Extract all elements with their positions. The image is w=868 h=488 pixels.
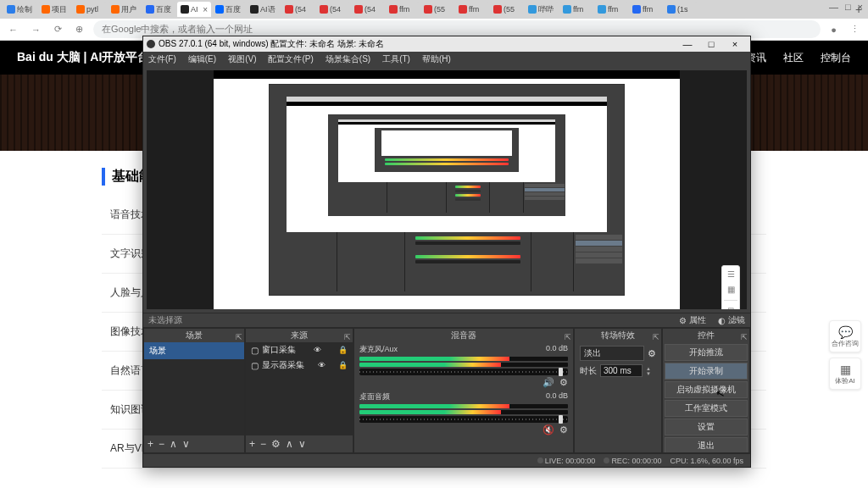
- browser-tab[interactable]: (54: [281, 2, 315, 17]
- dock-popout-icon[interactable]: ⇱: [236, 330, 242, 344]
- sources-dock: 来源⇱ ▢窗口采集👁🔒▢显示器采集👁🔒 + − ⚙ ∧ ∨: [245, 328, 353, 453]
- control-button[interactable]: 退出: [665, 437, 748, 452]
- browser-tab[interactable]: AI语: [247, 2, 281, 17]
- remove-scene-button[interactable]: −: [159, 438, 164, 450]
- preview-tool-icon[interactable]: ▦: [726, 285, 736, 295]
- gear-icon[interactable]: ⚙: [559, 424, 568, 435]
- menu-item[interactable]: 文件(F): [148, 53, 176, 65]
- profile-icon[interactable]: ●: [827, 23, 840, 36]
- nav-forward-icon[interactable]: →: [28, 23, 44, 36]
- obs-titlebar[interactable]: OBS 27.0.1 (64 bit, windows) 配置文件: 未命名 场…: [143, 36, 750, 52]
- window-maximize[interactable]: □: [845, 2, 851, 12]
- dock-popout-icon[interactable]: ⇱: [741, 330, 748, 344]
- audio-meter: [359, 363, 568, 367]
- browser-tab[interactable]: AI×: [177, 2, 211, 17]
- scene-down-button[interactable]: ∨: [182, 438, 190, 450]
- remove-source-button[interactable]: −: [260, 438, 266, 450]
- browser-tab[interactable]: 用户: [108, 2, 142, 17]
- nav-back-icon[interactable]: ←: [5, 23, 21, 36]
- visibility-icon[interactable]: 👁: [314, 346, 321, 354]
- browser-tab[interactable]: pytl: [73, 2, 107, 17]
- source-up-button[interactable]: ∧: [286, 438, 293, 450]
- menu-item[interactable]: 编辑(E): [188, 53, 216, 65]
- browser-tab[interactable]: ffm: [629, 2, 663, 17]
- browser-tab[interactable]: ffm: [455, 2, 489, 17]
- spin-down-icon[interactable]: ▼: [646, 371, 651, 376]
- obs-maximize[interactable]: □: [699, 39, 723, 49]
- browser-tab[interactable]: ffm: [386, 2, 420, 17]
- source-settings-button[interactable]: ⚙: [271, 438, 281, 450]
- source-down-button[interactable]: ∨: [298, 438, 306, 450]
- add-scene-button[interactable]: +: [147, 438, 153, 450]
- control-button[interactable]: 启动虚拟摄像机: [665, 381, 748, 398]
- gear-icon[interactable]: ⚙: [559, 377, 568, 388]
- menu-item[interactable]: 工具(T): [382, 53, 410, 65]
- browser-tab[interactable]: 百度: [142, 2, 176, 17]
- favicon-icon: [285, 5, 293, 14]
- scene-up-button[interactable]: ∧: [170, 438, 177, 450]
- duration-input[interactable]: [600, 364, 643, 377]
- side-float-button[interactable]: 💬合作咨询: [829, 320, 861, 352]
- browser-tab[interactable]: ffm: [594, 2, 628, 17]
- browser-tab[interactable]: (54: [316, 2, 350, 17]
- transition-select[interactable]: 淡出: [580, 346, 644, 361]
- menu-item[interactable]: 视图(V): [228, 53, 256, 65]
- speaker-icon[interactable]: 🔊: [542, 377, 554, 388]
- nav-reload-icon[interactable]: ⟳: [51, 22, 65, 36]
- favicon-icon: [250, 5, 259, 14]
- dock-popout-icon[interactable]: ⇱: [344, 330, 351, 344]
- source-item[interactable]: ▢窗口采集👁🔒: [246, 342, 353, 358]
- control-button[interactable]: 设置: [665, 419, 748, 435]
- control-button[interactable]: 开始录制: [665, 363, 748, 380]
- window-minimize[interactable]: —: [829, 2, 838, 12]
- source-properties-button[interactable]: ⚙属性: [679, 314, 706, 326]
- menu-item[interactable]: 配置文件(P): [268, 53, 313, 65]
- scenes-dock: 场景⇱ 场景 + − ∧ ∨: [143, 328, 245, 453]
- scene-item[interactable]: 场景: [144, 342, 244, 359]
- browser-tab[interactable]: (55: [490, 2, 524, 17]
- window-close[interactable]: ×: [858, 2, 863, 12]
- source-item[interactable]: ▢显示器采集👁🔒: [246, 358, 353, 373]
- volume-slider[interactable]: [359, 369, 568, 375]
- preview-tool-icon[interactable]: ☰: [726, 269, 736, 280]
- side-float-button[interactable]: ▦体验AI: [829, 358, 861, 390]
- nav-link[interactable]: 控制台: [821, 51, 851, 65]
- obs-statusbar: LIVE: 00:00:00 REC: 00:00:00 CPU: 1.6%, …: [143, 453, 750, 467]
- site-info-icon[interactable]: ⊕: [72, 22, 86, 36]
- browser-tab[interactable]: ffm: [559, 2, 593, 17]
- control-button[interactable]: 开始推流: [665, 344, 748, 361]
- preview-tool-icon[interactable]: ⊞: [726, 306, 736, 309]
- speaker-icon[interactable]: 🔇: [542, 424, 554, 435]
- dock-popout-icon[interactable]: ⇱: [565, 330, 571, 344]
- menu-icon[interactable]: ⋮: [847, 22, 863, 36]
- side-icon: 💬: [838, 325, 853, 339]
- control-button[interactable]: 工作室模式: [665, 400, 748, 417]
- nav-link[interactable]: 社区: [783, 51, 804, 65]
- dock-popout-icon[interactable]: ⇱: [653, 330, 659, 344]
- volume-slider[interactable]: [359, 416, 568, 423]
- browser-tab[interactable]: (54: [351, 2, 385, 17]
- browser-tab[interactable]: (1s: [664, 2, 698, 17]
- add-source-button[interactable]: +: [249, 438, 255, 450]
- browser-tab[interactable]: (55: [420, 2, 454, 17]
- audio-meter: [359, 410, 568, 414]
- browser-tab[interactable]: 百度: [212, 2, 246, 17]
- lock-icon[interactable]: 🔒: [338, 346, 348, 354]
- menu-item[interactable]: 场景集合(S): [326, 53, 370, 65]
- source-filters-button[interactable]: ◐滤镜: [718, 314, 745, 326]
- obs-close[interactable]: ×: [723, 39, 747, 49]
- menu-item[interactable]: 帮助(H): [422, 53, 451, 65]
- tab-label: ffm: [643, 5, 653, 14]
- obs-preview[interactable]: ☰ ▦ ⊞ ▤: [147, 70, 747, 309]
- browser-tab[interactable]: 绘制: [3, 2, 37, 17]
- obs-minimize[interactable]: —: [676, 39, 699, 49]
- browser-tab[interactable]: 项目: [38, 2, 72, 17]
- lock-icon[interactable]: 🔒: [338, 361, 348, 369]
- browser-tab[interactable]: 哔哔: [525, 2, 559, 17]
- transition-settings-icon[interactable]: ⚙: [648, 348, 656, 359]
- baidu-logo[interactable]: Bai du 大脑 | AI开放平台: [17, 50, 149, 65]
- visibility-icon[interactable]: 👁: [318, 361, 326, 369]
- favicon-icon: [354, 5, 363, 14]
- close-icon[interactable]: ×: [203, 5, 208, 14]
- favicon-icon: [181, 5, 189, 14]
